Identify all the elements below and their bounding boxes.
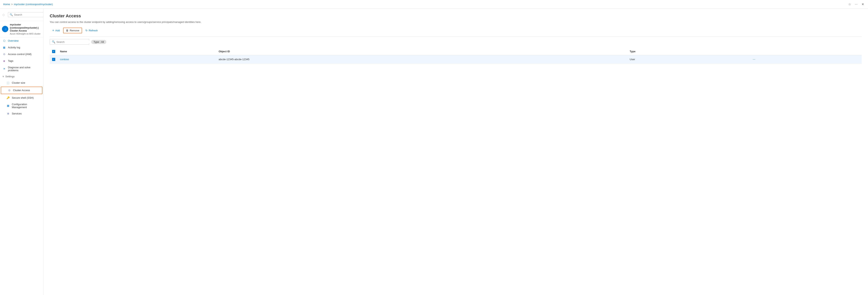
settings-chevron-icon: ∨ — [2, 75, 4, 78]
breadcrumb-sep1: > — [11, 3, 13, 6]
access-table: ✓ Name Object ID Type ✓ contoso — [50, 48, 862, 64]
row-type: User — [630, 58, 635, 61]
nav-diamond-icon: ◇ — [2, 13, 5, 17]
cluster-access-icon: ⊙ — [7, 89, 11, 92]
header-actions — [749, 48, 862, 55]
ssh-icon: 🔑 — [6, 96, 10, 100]
main-content: Cluster Access You can control access to… — [43, 9, 868, 295]
resource-name: mycluster (contosopool/mycluster) | Clus… — [10, 23, 41, 33]
sidebar-label-overview: Overview — [8, 39, 19, 42]
refresh-label: Refresh — [89, 29, 98, 32]
sidebar-search-input[interactable] — [14, 13, 43, 16]
overview-icon: ⬡ — [2, 39, 6, 42]
refresh-button[interactable]: ↻ Refresh — [83, 28, 100, 33]
filter-search-icon: 🔍 — [52, 40, 55, 43]
sidebar-label-cluster-size: Cluster size — [12, 81, 25, 84]
services-icon: ⊕ — [6, 112, 10, 115]
sidebar-label-iam: Access control (IAM) — [8, 53, 32, 56]
type-filter-badge[interactable]: Type : All — [91, 40, 106, 44]
row-checkbox-cell: ✓ — [50, 55, 58, 63]
settings-section[interactable]: ∨ Settings — [0, 73, 43, 80]
sidebar-item-cluster-size[interactable]: ⬚ Cluster size — [0, 80, 43, 86]
diagnose-icon: ✕ — [2, 67, 6, 71]
top-bar: Home > mycluster (contosopool/mycluster)… — [0, 0, 868, 9]
filter-row: 🔍 Type : All — [50, 39, 862, 45]
row-name-cell: contoso — [58, 55, 216, 63]
header-type: Type — [627, 48, 749, 55]
page-title: Cluster Access — [50, 13, 862, 19]
sidebar-item-services[interactable]: ⊕ Services — [0, 110, 43, 117]
resource-logo: 👥 — [2, 26, 8, 32]
breadcrumb-home[interactable]: Home — [3, 3, 10, 6]
refresh-icon: ↻ — [86, 29, 88, 32]
add-icon: + — [52, 29, 54, 32]
add-label: Add — [55, 29, 60, 32]
add-button[interactable]: + Add — [50, 27, 62, 33]
tags-icon: ◈ — [2, 59, 6, 63]
cluster-size-icon: ⬚ — [6, 81, 10, 85]
row-object-id-cell: abcde-12345-abcde-12345 — [216, 55, 627, 63]
row-name-link[interactable]: contoso — [60, 58, 69, 61]
sidebar-header: ◇ 🔍 « — [0, 9, 43, 21]
header-name: Name — [58, 48, 216, 55]
filter-search-input[interactable] — [56, 40, 90, 43]
header-checkbox-cell: ✓ — [50, 48, 58, 55]
row-type-cell: User — [627, 55, 749, 63]
sidebar-item-tags[interactable]: ◈ Tags — [0, 58, 43, 64]
header-object-id: Object ID — [216, 48, 627, 55]
config-mgmt-icon: ▦ — [6, 104, 10, 108]
row-actions-cell: ··· — [749, 55, 862, 63]
sidebar-search-box[interactable]: 🔍 — [8, 12, 43, 17]
sidebar-item-ssh[interactable]: 🔑 Secure shell (SSH) — [0, 94, 43, 101]
filter-search-box[interactable]: 🔍 — [50, 39, 89, 45]
resource-subtitle: Azure HDInsight on AKS cluster — [10, 33, 41, 35]
header-checkbox[interactable]: ✓ — [52, 50, 55, 53]
breadcrumb: Home > mycluster (contosopool/mycluster) — [3, 3, 846, 6]
breadcrumb-cluster[interactable]: mycluster (contosopool/mycluster) — [14, 3, 53, 6]
remove-button[interactable]: 🗑 Remove — [63, 28, 82, 33]
sidebar-item-iam[interactable]: ⊙ Access control (IAM) — [0, 51, 43, 58]
sidebar: ◇ 🔍 « 👥 mycluster (contosopool/mycluster… — [0, 9, 43, 295]
close-button[interactable]: ✕ — [861, 2, 865, 7]
remove-icon: 🗑 — [66, 29, 68, 32]
table-header-row: ✓ Name Object ID Type — [50, 48, 862, 55]
toolbar: + Add 🗑 Remove ↻ Refresh — [50, 27, 862, 33]
resource-title-block: mycluster (contosopool/mycluster) | Clus… — [10, 23, 41, 35]
sidebar-label-cluster-access: Cluster Access — [13, 89, 30, 92]
sidebar-item-diagnose[interactable]: ✕ Diagnose and solve problems — [0, 64, 43, 73]
row-object-id: abcde-12345-abcde-12345 — [219, 58, 249, 61]
sidebar-item-overview[interactable]: ⬡ Overview — [0, 37, 43, 44]
page-description: You can control access to the cluster en… — [50, 21, 227, 24]
iam-icon: ⊙ — [2, 53, 6, 56]
row-more-options-button[interactable]: ··· — [751, 57, 756, 62]
sidebar-label-ssh: Secure shell (SSH) — [12, 96, 34, 99]
remove-label: Remove — [70, 29, 79, 32]
resource-header: 👥 mycluster (contosopool/mycluster) | Cl… — [0, 21, 43, 37]
toolbar-divider — [50, 36, 862, 37]
sidebar-label-tags: Tags — [8, 59, 13, 62]
main-layout: ◇ 🔍 « 👥 mycluster (contosopool/mycluster… — [0, 9, 868, 295]
sidebar-item-activity-log[interactable]: ▦ Activity log — [0, 44, 43, 51]
activity-log-icon: ▦ — [2, 46, 6, 49]
top-actions: ☆ ··· ✕ — [847, 2, 865, 7]
settings-label: Settings — [5, 75, 14, 78]
sidebar-label-config-mgmt: Configuration Management — [12, 103, 41, 109]
favorite-button[interactable]: ☆ — [847, 2, 852, 7]
sidebar-label-activity-log: Activity log — [8, 46, 20, 49]
table-row: ✓ contoso abcde-12345-abcde-12345 User ·… — [50, 55, 862, 63]
sidebar-label-services: Services — [12, 112, 22, 115]
row-checkbox[interactable]: ✓ — [52, 58, 55, 61]
sidebar-search-icon: 🔍 — [10, 13, 13, 16]
sidebar-item-cluster-access[interactable]: ⊙ Cluster Access — [1, 87, 42, 94]
sidebar-label-diagnose: Diagnose and solve problems — [8, 66, 41, 72]
more-options-button[interactable]: ··· — [854, 2, 858, 7]
sidebar-item-config-mgmt[interactable]: ▦ Configuration Management — [0, 101, 43, 110]
